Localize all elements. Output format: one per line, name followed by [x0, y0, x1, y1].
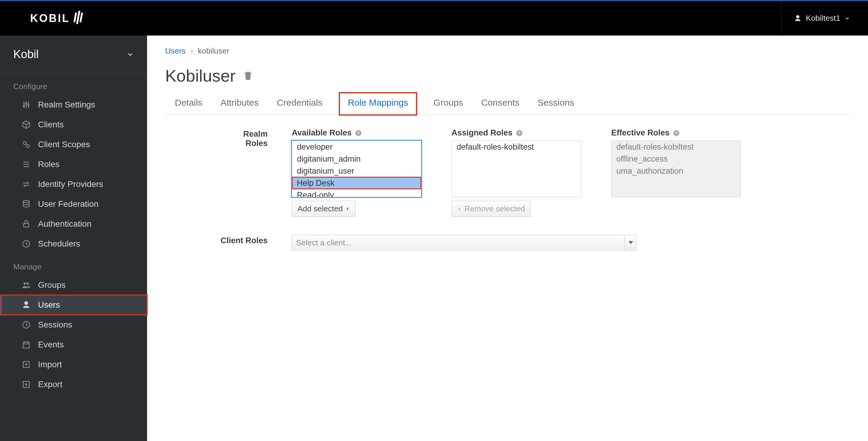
- nav-label: Roles: [38, 160, 60, 169]
- sidebar-item-clients[interactable]: Clients: [0, 115, 147, 135]
- sidebar-item-export[interactable]: Export: [0, 374, 147, 394]
- svg-text:?: ?: [357, 131, 360, 135]
- chevron-down-icon: [127, 51, 134, 58]
- sidebar-item-authentication[interactable]: Authentication: [0, 214, 147, 234]
- user-menu[interactable]: Kobiltest1: [794, 13, 850, 23]
- list-item[interactable]: Read-only: [292, 189, 421, 197]
- help-icon[interactable]: ?: [355, 130, 362, 137]
- clock-icon: [22, 320, 31, 329]
- svg-point-2: [28, 104, 29, 106]
- tab-consents[interactable]: Consents: [481, 93, 520, 114]
- logo-text: KOBIL: [30, 12, 70, 25]
- nav-label: Realm Settings: [38, 100, 95, 109]
- help-icon[interactable]: ?: [673, 130, 680, 137]
- tab-attributes[interactable]: Attributes: [220, 93, 259, 114]
- scopes-icon: [22, 140, 31, 149]
- list-item: offline_access: [612, 153, 741, 165]
- sidebar-item-users[interactable]: Users: [0, 295, 147, 315]
- sidebar-item-realm-settings[interactable]: Realm Settings: [0, 95, 147, 115]
- sidebar-item-schedulers[interactable]: Schedulers: [0, 234, 147, 254]
- clock-icon: [22, 239, 31, 248]
- exchange-icon: [22, 180, 31, 189]
- logo-mark-icon: [73, 13, 83, 24]
- available-roles-label: Available Roles: [292, 128, 352, 138]
- user-label: Kobiltest1: [806, 13, 840, 23]
- svg-rect-6: [24, 224, 29, 227]
- section-label-configure: Configure: [0, 73, 147, 95]
- logo[interactable]: KOBIL: [30, 12, 82, 25]
- trash-icon[interactable]: [243, 70, 253, 81]
- sidebar-item-identity-providers[interactable]: Identity Providers: [0, 174, 147, 194]
- calendar-icon: [22, 340, 31, 349]
- client-roles-row: Client Roles Select a client...: [219, 235, 850, 250]
- sidebar-item-roles[interactable]: Roles: [0, 155, 147, 174]
- help-icon[interactable]: ?: [516, 130, 523, 137]
- tabs: Details Attributes Credentials Role Mapp…: [165, 93, 850, 115]
- chevron-left-icon: [457, 206, 462, 211]
- breadcrumb-current: kobiluser: [198, 46, 229, 56]
- sidebar-item-sessions[interactable]: Sessions: [0, 315, 147, 335]
- realm-roles-label: Realm Roles: [219, 128, 268, 148]
- sidebar-item-user-federation[interactable]: User Federation: [0, 194, 147, 214]
- caret-down-icon: [628, 241, 633, 244]
- realm-name: Kobil: [13, 48, 39, 61]
- list-item[interactable]: digitanium_admin: [292, 153, 421, 165]
- cube-icon: [22, 120, 31, 129]
- nav-label: Client Scopes: [38, 140, 90, 149]
- sidebar: Kobil Configure Realm Settings Clients C…: [0, 36, 147, 441]
- nav-label: Identity Providers: [38, 179, 103, 189]
- list-item: uma_authorization: [612, 165, 741, 177]
- client-select[interactable]: Select a client...: [292, 235, 637, 250]
- add-selected-button[interactable]: Add selected: [292, 201, 355, 217]
- sidebar-item-events[interactable]: Events: [0, 335, 147, 354]
- sidebar-item-import[interactable]: Import: [0, 354, 147, 374]
- list-item[interactable]: default-roles-kobiltest: [452, 141, 581, 153]
- sidebar-item-groups[interactable]: Groups: [0, 275, 147, 295]
- database-icon: [22, 200, 31, 209]
- client-roles-label: Client Roles: [219, 235, 268, 245]
- nav-label: Import: [38, 360, 62, 369]
- dropdown-toggle[interactable]: [624, 235, 637, 250]
- top-bar: KOBIL Kobiltest1: [0, 0, 868, 36]
- button-label: Add selected: [298, 204, 343, 213]
- tab-sessions[interactable]: Sessions: [537, 93, 575, 114]
- assigned-roles-listbox[interactable]: default-roles-kobiltest: [452, 141, 581, 197]
- tab-credentials[interactable]: Credentials: [276, 93, 323, 114]
- assigned-roles-label: Assigned Roles: [452, 128, 513, 138]
- realm-selector[interactable]: Kobil: [0, 36, 147, 73]
- nav-label: Sessions: [38, 320, 72, 330]
- chevron-down-icon: [844, 15, 850, 21]
- breadcrumb-users-link[interactable]: Users: [165, 46, 186, 56]
- tab-role-mappings[interactable]: Role Mappings: [340, 93, 416, 114]
- tab-groups[interactable]: Groups: [433, 93, 464, 114]
- realm-roles-row: Realm Roles Available Roles ? developer …: [219, 128, 850, 217]
- tab-details[interactable]: Details: [174, 93, 203, 114]
- list-item-selected[interactable]: Help Desk: [292, 177, 421, 189]
- button-label: Remove selected: [464, 204, 525, 213]
- svg-rect-9: [23, 342, 29, 348]
- user-icon: [794, 14, 802, 22]
- list-item[interactable]: digitanium_user: [292, 165, 421, 177]
- list-item: default-roles-kobiltest: [612, 141, 741, 153]
- nav-label: Users: [38, 300, 60, 310]
- section-label-manage: Manage: [0, 254, 147, 275]
- list-item[interactable]: developer: [292, 141, 421, 153]
- effective-roles-listbox: default-roles-kobiltest offline_access u…: [611, 141, 741, 197]
- assigned-roles-column: Assigned Roles ? default-roles-kobiltest…: [452, 128, 581, 217]
- nav-label: Export: [38, 380, 62, 389]
- topbar-separator: [781, 1, 782, 36]
- chevron-right-icon: [345, 206, 350, 211]
- export-icon: [22, 380, 31, 389]
- page-title-row: Kobiluser: [165, 66, 850, 86]
- chevron-right-icon: ›: [190, 46, 193, 56]
- remove-selected-button[interactable]: Remove selected: [452, 201, 531, 217]
- effective-roles-column: Effective Roles ? default-roles-kobiltes…: [611, 128, 741, 217]
- effective-roles-label: Effective Roles: [611, 128, 670, 138]
- main-content: Users › kobiluser Kobiluser Details Attr…: [147, 36, 868, 441]
- svg-point-0: [23, 105, 25, 107]
- available-roles-listbox[interactable]: developer digitanium_admin digitanium_us…: [292, 141, 421, 197]
- nav-label: User Federation: [38, 199, 98, 209]
- sidebar-item-client-scopes[interactable]: Client Scopes: [0, 135, 147, 155]
- group-icon: [22, 280, 31, 290]
- breadcrumb: Users › kobiluser: [165, 46, 850, 56]
